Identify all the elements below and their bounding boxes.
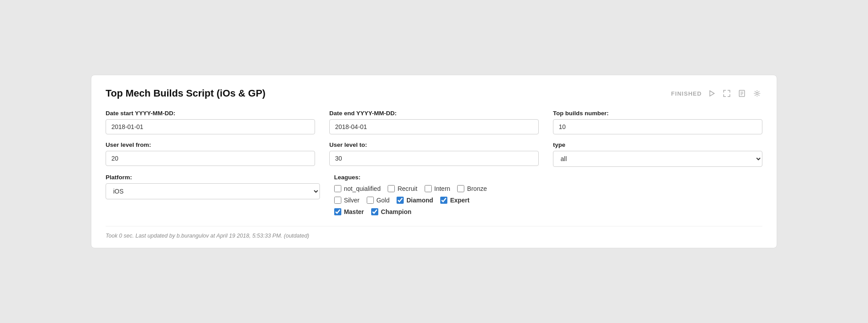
user-level-to-group: User level to: bbox=[329, 141, 539, 167]
logs-button[interactable] bbox=[737, 89, 747, 98]
league-expert-label: Expert bbox=[450, 197, 470, 204]
settings-button[interactable] bbox=[752, 89, 762, 98]
footer-status: Took 0 sec. Last updated by b.burangulov… bbox=[106, 226, 762, 239]
user-level-to-input[interactable] bbox=[329, 151, 539, 166]
league-expert[interactable]: Expert bbox=[440, 197, 470, 204]
league-recruit-label: Recruit bbox=[397, 185, 417, 192]
league-intern-checkbox[interactable] bbox=[425, 185, 432, 192]
user-level-from-input[interactable] bbox=[106, 151, 315, 166]
league-not-qualified-label: not_quialified bbox=[344, 185, 381, 192]
platform-select[interactable]: iOS Android All bbox=[106, 183, 320, 199]
league-master[interactable]: Master bbox=[334, 208, 364, 215]
league-champion-label: Champion bbox=[381, 208, 411, 215]
league-diamond-checkbox[interactable] bbox=[397, 197, 404, 204]
league-row-2: Silver Gold Diamond Expert bbox=[334, 197, 762, 204]
league-gold-checkbox[interactable] bbox=[367, 197, 374, 204]
type-label: type bbox=[553, 141, 762, 148]
league-expert-checkbox[interactable] bbox=[440, 197, 447, 204]
league-recruit[interactable]: Recruit bbox=[388, 185, 417, 192]
date-start-group: Date start YYYY-MM-DD: bbox=[106, 110, 315, 134]
league-silver[interactable]: Silver bbox=[334, 197, 360, 204]
expand-button[interactable] bbox=[721, 89, 732, 98]
card-header: Top Mech Builds Script (iOs & GP) FINISH… bbox=[106, 88, 762, 99]
platform-group: Platform: iOS Android All bbox=[106, 174, 320, 215]
book-icon bbox=[738, 90, 745, 97]
platform-label: Platform: bbox=[106, 174, 320, 181]
league-champion[interactable]: Champion bbox=[371, 208, 411, 215]
leagues-checkboxes: not_quialified Recruit Intern Bronze bbox=[334, 185, 762, 215]
header-actions: FINISHED bbox=[671, 89, 762, 98]
leagues-group: Leagues: not_quialified Recruit Intern bbox=[334, 174, 762, 215]
run-button[interactable] bbox=[706, 89, 717, 98]
league-row-1: not_quialified Recruit Intern Bronze bbox=[334, 185, 762, 192]
league-not-qualified-checkbox[interactable] bbox=[334, 185, 341, 192]
user-level-to-label: User level to: bbox=[329, 141, 539, 148]
league-recruit-checkbox[interactable] bbox=[388, 185, 395, 192]
league-master-label: Master bbox=[344, 208, 364, 215]
footer-status-text: Took 0 sec. Last updated by b.burangulov… bbox=[106, 233, 309, 239]
league-bronze-label: Bronze bbox=[467, 185, 487, 192]
date-end-input[interactable] bbox=[329, 119, 539, 134]
league-diamond-label: Diamond bbox=[406, 197, 433, 204]
expand-icon bbox=[723, 90, 730, 97]
type-select[interactable]: all ranked casual bbox=[553, 151, 762, 167]
date-start-input[interactable] bbox=[106, 119, 315, 134]
user-level-from-group: User level from: bbox=[106, 141, 315, 167]
league-diamond[interactable]: Diamond bbox=[397, 197, 433, 204]
league-bronze[interactable]: Bronze bbox=[457, 185, 487, 192]
league-master-checkbox[interactable] bbox=[334, 208, 341, 215]
league-gold-label: Gold bbox=[377, 197, 390, 204]
page-title: Top Mech Builds Script (iOs & GP) bbox=[106, 88, 266, 99]
league-row-3: Master Champion bbox=[334, 208, 762, 215]
league-bronze-checkbox[interactable] bbox=[457, 185, 464, 192]
league-not-qualified[interactable]: not_quialified bbox=[334, 185, 381, 192]
league-intern[interactable]: Intern bbox=[425, 185, 450, 192]
league-intern-label: Intern bbox=[434, 185, 450, 192]
date-end-group: Date end YYYY-MM-DD: bbox=[329, 110, 539, 134]
leagues-label: Leagues: bbox=[334, 174, 762, 181]
top-builds-input[interactable] bbox=[553, 119, 762, 134]
league-gold[interactable]: Gold bbox=[367, 197, 390, 204]
top-form-grid: Date start YYYY-MM-DD: Date end YYYY-MM-… bbox=[106, 110, 762, 167]
type-group: type all ranked casual bbox=[553, 141, 762, 167]
svg-marker-0 bbox=[710, 91, 714, 96]
date-end-label: Date end YYYY-MM-DD: bbox=[329, 110, 539, 117]
league-silver-checkbox[interactable] bbox=[334, 197, 341, 204]
date-start-label: Date start YYYY-MM-DD: bbox=[106, 110, 315, 117]
top-builds-group: Top builds number: bbox=[553, 110, 762, 134]
main-card: Top Mech Builds Script (iOs & GP) FINISH… bbox=[91, 75, 777, 248]
svg-point-5 bbox=[756, 93, 758, 95]
platform-leagues-row: Platform: iOS Android All Leagues: not_q… bbox=[106, 174, 762, 215]
status-label: FINISHED bbox=[671, 90, 702, 97]
top-builds-label: Top builds number: bbox=[553, 110, 762, 117]
league-silver-label: Silver bbox=[344, 197, 360, 204]
user-level-from-label: User level from: bbox=[106, 141, 315, 148]
league-champion-checkbox[interactable] bbox=[371, 208, 378, 215]
gear-icon bbox=[753, 90, 761, 97]
play-icon bbox=[708, 90, 715, 97]
